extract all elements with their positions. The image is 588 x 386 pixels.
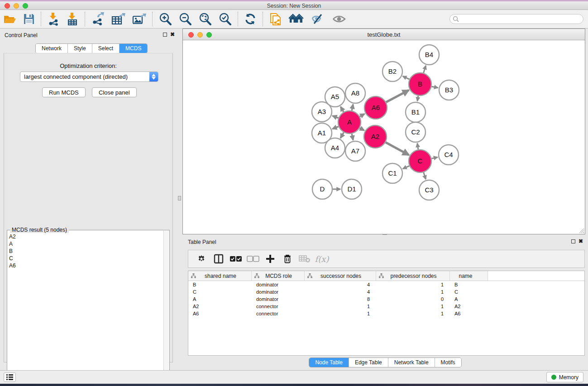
search-input[interactable] — [459, 15, 579, 23]
select-all-button[interactable] — [227, 251, 244, 267]
edge-B-B3[interactable] — [431, 86, 438, 88]
table-cell[interactable]: 4 — [305, 289, 376, 295]
graph-node-B[interactable]: B — [409, 73, 431, 95]
show-column-button[interactable] — [210, 251, 227, 267]
edge-A-A3[interactable] — [332, 116, 338, 118]
vertical-split-grip[interactable] — [178, 196, 181, 200]
graph-node-A5[interactable]: A5 — [325, 87, 345, 107]
table-cell[interactable]: 8 — [305, 296, 376, 302]
graph-node-D1[interactable]: D1 — [342, 179, 362, 199]
edge-C-C1[interactable] — [403, 166, 409, 169]
tab-edge-table[interactable]: Edge Table — [349, 358, 388, 367]
table-cell[interactable]: C — [450, 289, 488, 295]
graph-node-A8[interactable]: A8 — [345, 83, 365, 103]
deselect-all-button[interactable] — [244, 251, 262, 267]
tab-motifs[interactable]: Motifs — [435, 358, 461, 367]
edge-A6-B[interactable] — [386, 90, 409, 102]
table-cell[interactable]: B — [188, 282, 252, 287]
edge-A-A8[interactable] — [352, 104, 353, 110]
table-cell[interactable]: A2 — [450, 304, 488, 309]
table-settings-button[interactable] — [193, 251, 210, 267]
control-panel-float-icon[interactable] — [163, 33, 167, 37]
column-header-predecessor-nodes[interactable]: predecessor nodes — [376, 271, 450, 281]
table-cell[interactable]: A — [188, 296, 252, 302]
hide-selected-button[interactable] — [307, 11, 328, 27]
tab-style[interactable]: Style — [68, 44, 92, 53]
close-panel-button[interactable]: Close panel — [92, 87, 137, 97]
graph-node-B1[interactable]: B1 — [406, 102, 425, 122]
export-image-button[interactable] — [129, 11, 149, 27]
import-network-button[interactable] — [44, 11, 63, 27]
column-header-name[interactable]: name — [450, 271, 488, 281]
export-network-button[interactable] — [88, 11, 108, 27]
network-window-titlebar[interactable]: testGlobe.txt — [183, 29, 585, 40]
edge-B-B2[interactable] — [403, 76, 410, 79]
graph-node-D[interactable]: D — [312, 179, 332, 199]
table-cell[interactable]: 1 — [376, 282, 450, 287]
tab-mcds[interactable]: MCDS — [120, 44, 147, 53]
graph-node-C3[interactable]: C3 — [419, 180, 439, 200]
import-table-button[interactable] — [63, 11, 82, 27]
edge-C-C4[interactable] — [431, 157, 437, 158]
tab-network-table[interactable]: Network Table — [388, 358, 435, 367]
column-header-shared-name[interactable]: shared name — [188, 271, 252, 281]
table-cell[interactable]: connector — [252, 311, 305, 316]
edge-A-A5[interactable] — [340, 107, 344, 112]
control-panel-close-icon[interactable]: ✖ — [170, 31, 175, 38]
function-builder-button[interactable]: f(x) — [313, 251, 330, 267]
table-cell[interactable]: dominator — [252, 289, 305, 295]
edge-C-C3[interactable] — [424, 172, 426, 179]
graph-node-C[interactable]: C — [409, 150, 431, 172]
result-scrollbar[interactable] — [163, 231, 169, 384]
table-cell[interactable]: 4 — [305, 282, 376, 287]
zoom-fit-button[interactable] — [195, 11, 215, 27]
zoom-in-button[interactable] — [155, 11, 175, 27]
edge-A-A2[interactable] — [360, 128, 364, 131]
tab-select[interactable]: Select — [92, 44, 120, 53]
result-item[interactable]: C — [7, 255, 163, 262]
table-row[interactable]: A2connector11A2 — [188, 303, 584, 310]
column-header-successor-nodes[interactable]: successor nodes — [305, 271, 376, 281]
table-panel-close-icon[interactable]: ✖ — [578, 238, 583, 244]
table-row[interactable]: A6connector11A6 — [188, 310, 584, 317]
table-cell[interactable]: 1 — [305, 311, 376, 316]
edge-B-B4[interactable] — [424, 66, 426, 73]
table-row[interactable]: Bdominator41B — [188, 281, 584, 288]
table-cell[interactable]: A6 — [188, 311, 252, 316]
graph-node-C2[interactable]: C2 — [406, 122, 425, 142]
table-cell[interactable]: dominator — [252, 282, 305, 287]
edge-A-A7[interactable] — [352, 133, 353, 140]
edge-A-A6[interactable] — [360, 114, 365, 117]
tab-node-table[interactable]: Node Table — [309, 358, 349, 367]
table-cell[interactable]: 1 — [305, 304, 376, 309]
delete-row-button[interactable] — [279, 251, 296, 267]
edge-C-C2[interactable] — [417, 143, 418, 150]
result-item[interactable]: A — [7, 240, 163, 248]
edge-A2-C[interactable] — [386, 142, 409, 155]
table-panel-float-icon[interactable] — [571, 239, 575, 243]
network-canvas[interactable]: AA1A2A3A4A5A6A7A8BB1B2B3B4CC1C2C3C4DD1 — [183, 40, 585, 234]
table-row[interactable]: Cdominator41C — [188, 288, 584, 295]
table-cell[interactable]: A6 — [450, 311, 488, 316]
table-cell[interactable]: B — [450, 282, 488, 287]
table-cell[interactable]: 1 — [376, 304, 450, 309]
table-cell[interactable]: A — [450, 296, 488, 302]
table-cell[interactable]: 1 — [376, 311, 450, 316]
first-neighbors-button[interactable] — [286, 11, 307, 27]
result-item[interactable]: B — [7, 248, 163, 255]
column-header-MCDS-role[interactable]: MCDS role — [252, 271, 305, 281]
graph-node-A[interactable]: A — [338, 111, 361, 133]
new-network-from-selection-button[interactable] — [266, 11, 286, 27]
refresh-button[interactable] — [241, 11, 260, 27]
table-cell[interactable]: 0 — [376, 296, 450, 302]
table-cell[interactable]: connector — [252, 304, 305, 309]
task-history-button[interactable] — [4, 372, 16, 382]
graph-node-A4[interactable]: A4 — [325, 138, 345, 158]
graph-node-C4[interactable]: C4 — [439, 145, 459, 165]
table-row[interactable]: Adominator80A — [188, 295, 584, 303]
result-item[interactable]: A2 — [7, 233, 163, 240]
edge-B-B1[interactable] — [417, 96, 418, 101]
zoom-out-button[interactable] — [175, 11, 195, 27]
zoom-selected-button[interactable] — [215, 11, 235, 27]
export-table-button[interactable] — [108, 11, 129, 27]
